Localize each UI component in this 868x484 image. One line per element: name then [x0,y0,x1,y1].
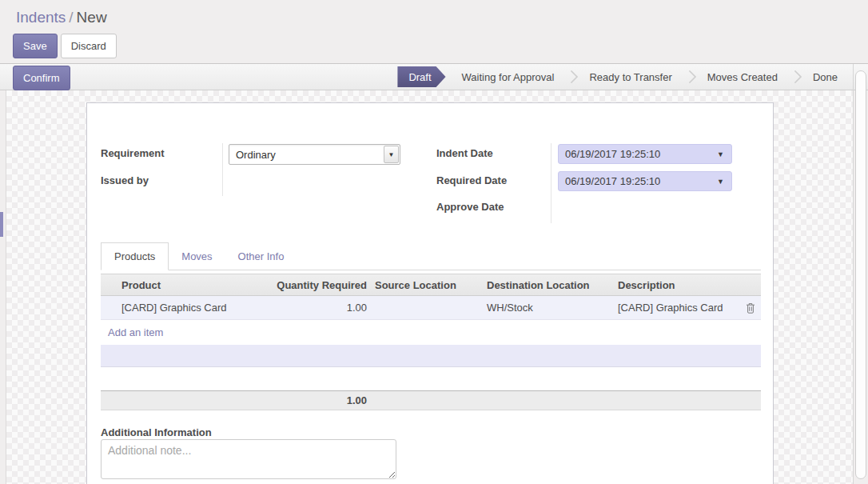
tab-other-info[interactable]: Other Info [225,243,297,270]
breadcrumb-indents-link[interactable]: Indents [16,9,66,26]
breadcrumb: Indents/New [16,9,107,26]
confirm-button[interactable]: Confirm [13,66,70,90]
statusbar: Draft Waiting for Approval Ready to Tran… [397,64,849,90]
chevron-right-icon [683,70,696,84]
row-handle [101,296,117,319]
notebook-tabs: Products Moves Other Info [101,243,761,270]
indent-date-label: Indent Date [436,147,493,159]
table-row[interactable]: [CARD] Graphics Card 1.00 WH/Stock [CARD… [101,296,761,320]
delete-column [741,274,760,295]
indent-date-field[interactable]: 06/19/2017 19:25:10 ▼ [558,144,732,164]
scrollbar-track-divider [853,64,854,484]
tab-products[interactable]: Products [101,242,169,270]
quantity-total-row: 1.00 [101,390,761,410]
delete-row-button[interactable] [741,296,760,319]
issued-by-field[interactable] [229,172,400,190]
calendar-dropdown-icon: ▼ [717,150,731,158]
empty-new-row[interactable] [101,345,761,367]
products-table: Product Quantity Required Source Locatio… [101,274,761,344]
col-header-source-location[interactable]: Source Location [370,274,482,295]
approve-date-field[interactable] [558,198,732,215]
statusbar-step-waiting-for-approval[interactable]: Waiting for Approval [451,71,566,83]
trash-icon [746,302,755,314]
cell-source-location[interactable] [370,296,482,319]
required-date-value: 06/19/2017 19:25:10 [559,175,717,187]
save-button[interactable]: Save [13,34,58,58]
breadcrumb-current: New [77,9,107,26]
cell-product[interactable]: [CARD] Graphics Card [117,296,254,319]
cell-destination-location[interactable]: WH/Stock [482,296,613,319]
additional-information-label: Additional Information [101,426,212,438]
select-dropdown-icon: ▼ [384,146,399,163]
add-item-row: Add an item [101,320,761,344]
odoo-form-screen: Indents/New Save Discard Confirm Draft W… [0,0,868,484]
quantity-total-value: 1.00 [101,391,370,410]
statusbar-step-ready-to-transfer[interactable]: Ready to Transfer [578,71,683,83]
cell-description[interactable]: [CARD] Graphics Card [613,296,741,319]
cell-quantity[interactable]: 1.00 [254,296,370,319]
chevron-right-icon [565,70,579,84]
edge-accent-purple [0,212,3,237]
form-work-area: Requirement Issued by Ordinary ▼ Indent … [6,90,854,484]
required-date-label: Required Date [436,174,507,186]
record-action-buttons: Save Discard [13,34,117,58]
vertical-scrollbar-thumb[interactable] [855,70,866,479]
requirement-select[interactable]: Ordinary ▼ [229,144,400,165]
field-separator-line [551,143,551,223]
add-an-item-link[interactable]: Add an item [101,326,163,338]
control-bar: Confirm Draft Waiting for Approval Ready… [0,64,868,90]
requirement-label: Requirement [101,147,164,159]
products-table-header: Product Quantity Required Source Locatio… [101,274,761,296]
indent-date-value: 06/19/2017 19:25:10 [559,148,717,160]
discard-button[interactable]: Discard [61,34,117,58]
col-header-product[interactable]: Product [117,274,254,295]
requirement-select-value: Ordinary [229,149,384,161]
col-header-destination-location[interactable]: Destination Location [482,274,613,295]
statusbar-step-done[interactable]: Done [802,71,849,83]
additional-note-textarea[interactable] [101,439,396,479]
approve-date-label: Approve Date [436,201,504,213]
issued-by-label: Issued by [101,174,149,186]
row-handle-column [101,274,117,295]
calendar-dropdown-icon: ▼ [717,178,731,186]
chevron-right-icon [788,70,802,84]
tab-moves[interactable]: Moves [169,243,225,270]
col-header-description[interactable]: Description [613,274,741,295]
statusbar-step-moves-created[interactable]: Moves Created [696,71,789,83]
statusbar-step-draft[interactable]: Draft [397,66,445,87]
required-date-field[interactable]: 06/19/2017 19:25:10 ▼ [558,171,732,191]
field-separator-line [222,143,223,196]
breadcrumb-separator: / [66,9,76,26]
top-header: Indents/New Save Discard [0,0,868,64]
col-header-quantity-required[interactable]: Quantity Required [254,274,370,295]
form-sheet: Requirement Issued by Ordinary ▼ Indent … [86,102,774,484]
